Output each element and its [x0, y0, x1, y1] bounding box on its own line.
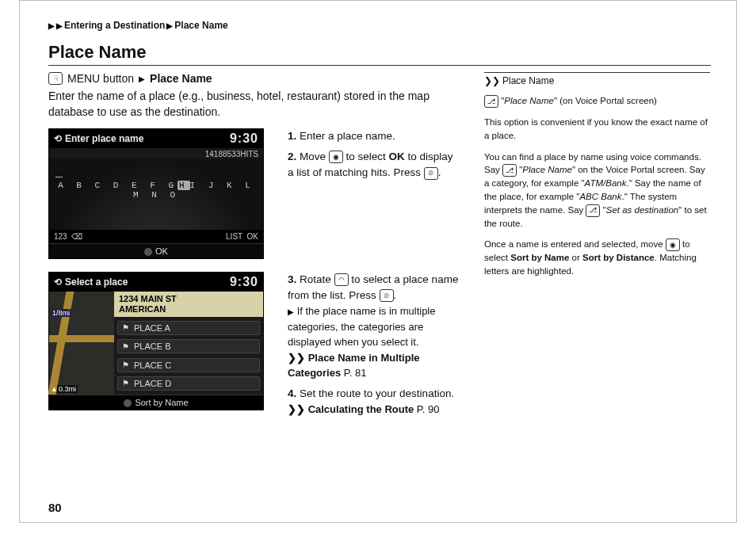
breadcrumb-current: Place Name: [174, 20, 227, 31]
screen2-map: 1/8mi ▲ 0.3mi: [49, 292, 114, 395]
screen1-title: Enter place name: [65, 133, 143, 144]
step-3-sub: ▶ If the place name is in multiple categ…: [288, 303, 460, 350]
ref-icon: ❯❯: [288, 352, 305, 364]
breadcrumb-arrow-icon: ▶: [166, 21, 173, 30]
steps-3-4: 3. Rotate ◠ to select a place name from …: [273, 272, 460, 422]
menu-target: Place Name: [150, 72, 212, 85]
screen2-place-list: ⚑PLACE A ⚑PLACE B ⚑PLACE C ⚑PLACE D: [114, 317, 263, 395]
screen2-sort-label: Sort by Name: [135, 398, 188, 407]
breadcrumb-arrow-icon: ▶: [48, 21, 55, 30]
screen2-address: 1234 MAIN ST AMERICAN: [114, 292, 263, 317]
screen1-cursor: _: [55, 165, 63, 179]
screen1-dial: _ A B C D E F GHI J K L M N O: [49, 158, 263, 230]
dial-letters-left: A B C D E F G: [58, 181, 178, 190]
sidebar-p1: This option is convenient if you know th…: [484, 116, 710, 142]
intro-text: Enter the name of a place (e.g., busines…: [48, 88, 460, 120]
screen2-clock: 9:30: [230, 275, 258, 289]
page-frame: ▶ ▶ Entering a Destination ▶ Place Name …: [19, 0, 737, 523]
breadcrumb: ▶ ▶ Entering a Destination ▶ Place Name: [48, 20, 711, 31]
sidebar-p3: Once a name is entered and selected, mov…: [484, 238, 710, 277]
main-column: ☟ MENU button ▶ Place Name Enter the nam…: [48, 72, 460, 421]
menu-arrow-icon: ▶: [139, 74, 145, 83]
step-3-ref: ❯❯ Place Name in Multiple Categories P. …: [288, 350, 460, 381]
step-4-ref: ❯❯ Calculating the Route P. 90: [288, 402, 460, 418]
screenshot-enter-place-name: ⟲Enter place name 9:30 14188533HITS _ A …: [48, 128, 264, 259]
screen1-123: 123: [54, 232, 67, 241]
flag-icon: ⚑: [122, 360, 129, 369]
press-icon: ⎚: [424, 167, 438, 180]
screenshot-select-a-place: ⟲Select a place 9:30 1/8mi ▲ 0.3mi 1234: [48, 272, 264, 410]
screen1-list: LIST: [226, 232, 242, 241]
flag-icon: ⚑: [122, 342, 129, 351]
steps-1-2: 1. Enter a place name. 2. Move ◉ to sele…: [273, 128, 460, 186]
page-title: Place Name: [48, 42, 711, 66]
joystick-icon: ◉: [329, 151, 343, 163]
screen2-dist-bottom: 0.3mi: [57, 385, 78, 393]
ref-icon: ❯❯: [484, 74, 500, 88]
step-1: 1. Enter a place name.: [288, 128, 460, 144]
step-2: 2. Move ◉ to select OK to display a list…: [288, 149, 460, 181]
page-number: 80: [48, 501, 62, 514]
dial-letter-selected: H: [178, 181, 190, 190]
list-item: ⚑PLACE A: [117, 321, 260, 335]
sidebar-column: ❯❯Place Name ⎇ "Place Name" (on Voice Po…: [484, 72, 710, 421]
joystick-icon: ◉: [666, 238, 680, 251]
ref-icon: ❯❯: [288, 403, 305, 415]
back-icon: ⟲: [54, 277, 62, 288]
menu-path: ☟ MENU button ▶ Place Name: [48, 72, 460, 85]
sidebar-heading: ❯❯Place Name: [484, 72, 710, 88]
press-icon: ⎚: [380, 289, 394, 302]
knob-icon: [144, 248, 152, 256]
screen2-dist-top: 1/8mi: [51, 309, 71, 317]
list-item: ⚑PLACE B: [117, 339, 260, 353]
finger-icon: ☟: [48, 72, 63, 85]
screen1-ok: OK: [247, 232, 258, 241]
breadcrumb-parent: Entering a Destination: [64, 20, 165, 31]
breadcrumb-arrow-icon: ▶: [56, 21, 63, 30]
list-item: ⚑PLACE C: [117, 358, 260, 372]
list-item: ⚑PLACE D: [117, 376, 260, 391]
knob-icon: [124, 399, 132, 407]
sidebar-p2: You can find a place by name using voice…: [484, 151, 710, 231]
flag-icon: ⚑: [122, 323, 129, 332]
rotate-icon: ◠: [334, 273, 349, 286]
voice-icon: ⎇: [484, 95, 498, 108]
step-3: 3. Rotate ◠ to select a place name from …: [288, 272, 460, 381]
screen1-knob-label: OK: [155, 246, 168, 256]
screen1-clock: 9:30: [230, 132, 258, 146]
step-4: 4. Set the route to your destination. ❯❯…: [288, 386, 460, 418]
voice-icon: ⎇: [502, 164, 517, 177]
voice-icon: ⎇: [586, 204, 600, 217]
screen2-title: Select a place: [65, 277, 128, 288]
sidebar-voice-line: ⎇ "Place Name" (on Voice Portal screen): [484, 94, 710, 108]
screen1-del: ⌫: [71, 232, 82, 241]
menu-button-label: MENU button: [67, 72, 134, 85]
screen1-hits: 14188533HITS: [49, 148, 263, 158]
back-icon: ⟲: [54, 133, 62, 144]
flag-icon: ⚑: [122, 379, 129, 387]
